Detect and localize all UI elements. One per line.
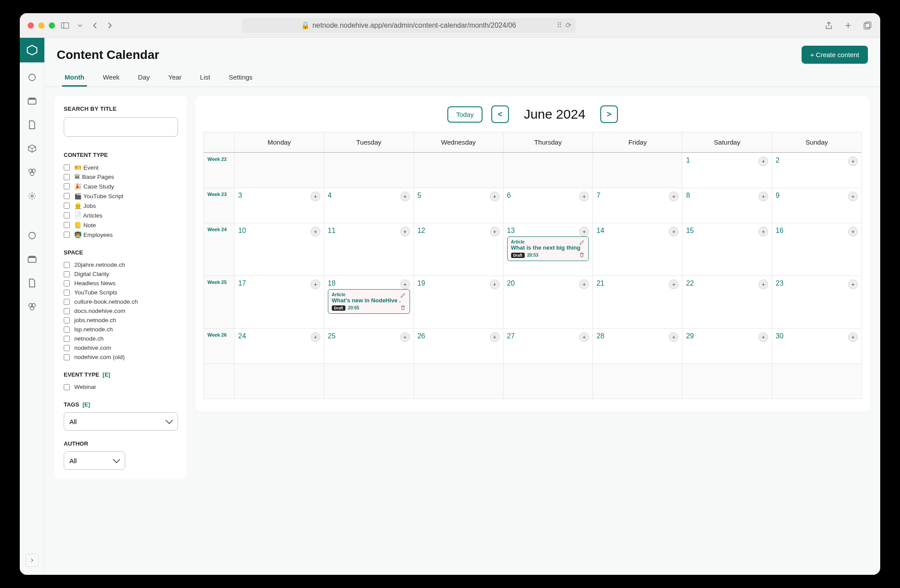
rail-cube-icon[interactable] <box>23 140 41 157</box>
sidebar-toggle-icon[interactable] <box>60 21 70 30</box>
content-type-item[interactable]: 🏛 Base Pages <box>64 172 178 181</box>
calendar-cell[interactable] <box>682 363 772 399</box>
add-content-button[interactable]: + <box>579 227 589 236</box>
add-content-button[interactable]: + <box>848 332 858 342</box>
edit-icon[interactable] <box>399 291 407 299</box>
tab-list[interactable]: List <box>197 69 213 87</box>
content-type-checkbox[interactable] <box>64 174 70 180</box>
calendar-cell[interactable]: 19+ <box>414 276 503 328</box>
calendar-cell[interactable] <box>235 152 324 188</box>
add-content-button[interactable]: + <box>490 192 500 201</box>
app-logo[interactable] <box>20 38 44 62</box>
window-minimize-icon[interactable] <box>38 22 44 29</box>
add-content-button[interactable]: + <box>311 227 320 236</box>
rail-circles-icon[interactable] <box>23 163 41 181</box>
calendar-cell[interactable] <box>414 363 503 399</box>
calendar-cell[interactable]: 23+ <box>772 276 862 328</box>
create-content-button[interactable]: + Create content <box>802 46 868 64</box>
calendar-cell[interactable] <box>593 363 682 399</box>
tags-edit-link[interactable]: [E] <box>83 401 90 408</box>
calendar-cell[interactable]: 28+ <box>593 328 682 363</box>
add-content-button[interactable]: + <box>758 332 768 342</box>
share-icon[interactable] <box>824 21 834 30</box>
add-content-button[interactable]: + <box>848 279 858 289</box>
content-type-checkbox[interactable] <box>64 222 70 228</box>
calendar-cell[interactable]: 27+ <box>503 328 593 363</box>
reload-icon[interactable]: ⟳ <box>566 21 571 29</box>
rail-gear-icon[interactable] <box>23 187 41 205</box>
calendar-cell[interactable] <box>235 363 324 399</box>
space-checkbox[interactable] <box>64 308 70 314</box>
rail-dashboard-icon[interactable] <box>23 69 41 86</box>
space-item[interactable]: nodehive.com <box>64 343 178 352</box>
calendar-cell[interactable]: 4+ <box>324 188 414 223</box>
add-content-button[interactable]: + <box>579 332 589 342</box>
space-checkbox[interactable] <box>64 271 70 277</box>
calendar-cell[interactable]: 1+ <box>682 152 772 188</box>
calendar-cell[interactable]: 5+ <box>414 188 503 223</box>
add-content-button[interactable]: + <box>311 332 320 342</box>
search-input[interactable] <box>64 117 178 137</box>
space-item[interactable]: Headless News <box>64 279 178 288</box>
calendar-cell[interactable]: 12+ <box>414 223 503 276</box>
add-content-button[interactable]: + <box>311 279 320 289</box>
add-content-button[interactable]: + <box>400 227 410 236</box>
space-checkbox[interactable] <box>64 317 70 323</box>
add-content-button[interactable]: + <box>400 332 410 342</box>
add-content-button[interactable]: + <box>758 192 768 201</box>
space-checkbox[interactable] <box>64 345 70 351</box>
content-type-item[interactable]: 🎫 Event <box>64 163 178 172</box>
calendar-cell[interactable]: 18+ArticleWhat's new in NodeHive .Draft2… <box>324 276 414 328</box>
delete-icon[interactable] <box>578 251 586 259</box>
new-tab-icon[interactable] <box>843 21 853 30</box>
calendar-cell[interactable]: 25+ <box>324 328 414 363</box>
content-type-item[interactable]: 📄 Articles <box>64 211 178 220</box>
space-checkbox[interactable] <box>64 354 70 360</box>
rail-page2-icon[interactable] <box>23 274 41 292</box>
calendar-cell[interactable]: 8+ <box>682 188 772 223</box>
space-item[interactable]: lsp.netnode.ch <box>64 325 178 334</box>
calendar-cell[interactable]: 6+ <box>503 188 593 223</box>
add-content-button[interactable]: + <box>400 192 410 201</box>
translate-icon[interactable]: ⠿ <box>557 21 562 29</box>
add-content-button[interactable]: + <box>490 227 500 236</box>
tabs-icon[interactable] <box>863 21 872 30</box>
add-content-button[interactable]: + <box>669 279 679 289</box>
rail-cards-icon[interactable] <box>23 92 41 110</box>
add-content-button[interactable]: + <box>490 279 500 289</box>
calendar-cell[interactable]: 7+ <box>593 188 682 223</box>
space-checkbox[interactable] <box>64 299 70 305</box>
event-type-checkbox[interactable] <box>64 384 70 390</box>
content-type-item[interactable]: 📒 Note <box>64 220 178 230</box>
author-select[interactable]: All <box>64 451 125 470</box>
space-item[interactable]: docs.nodehive.com <box>64 306 178 316</box>
calendar-cell[interactable] <box>324 152 414 188</box>
calendar-cell[interactable] <box>503 152 593 188</box>
delete-icon[interactable] <box>399 304 407 312</box>
calendar-cell[interactable]: 22+ <box>682 276 772 328</box>
add-content-button[interactable]: + <box>579 192 589 201</box>
rail-collapse-icon[interactable] <box>25 554 39 567</box>
calendar-cell[interactable] <box>414 152 503 188</box>
calendar-cell[interactable]: 24+ <box>235 328 324 363</box>
add-content-button[interactable]: + <box>848 227 858 236</box>
rail-circles2-icon[interactable] <box>23 298 41 316</box>
event-type-item[interactable]: Webinar <box>64 382 178 392</box>
calendar-cell[interactable]: 13+ArticleWhat is the next big thingDraf… <box>503 223 593 276</box>
add-content-button[interactable]: + <box>848 192 858 201</box>
calendar-cell[interactable]: 17+ <box>235 276 324 328</box>
calendar-cell[interactable]: 16+ <box>772 223 862 276</box>
calendar-cell[interactable]: 20+ <box>503 276 593 328</box>
space-item[interactable]: 20jahre.netnode.ch <box>64 260 178 269</box>
add-content-button[interactable]: + <box>669 192 679 201</box>
add-content-button[interactable]: + <box>758 227 768 236</box>
window-maximize-icon[interactable] <box>49 22 55 29</box>
nav-back-icon[interactable] <box>90 21 100 30</box>
calendar-cell[interactable] <box>772 363 862 399</box>
add-content-button[interactable]: + <box>848 156 858 166</box>
rail-page-icon[interactable] <box>23 116 41 134</box>
space-checkbox[interactable] <box>64 327 70 333</box>
content-type-checkbox[interactable] <box>64 193 70 199</box>
chevron-down-icon[interactable] <box>75 21 85 30</box>
event-card[interactable]: ArticleWhat's new in NodeHive .Draft20:5… <box>328 289 410 314</box>
